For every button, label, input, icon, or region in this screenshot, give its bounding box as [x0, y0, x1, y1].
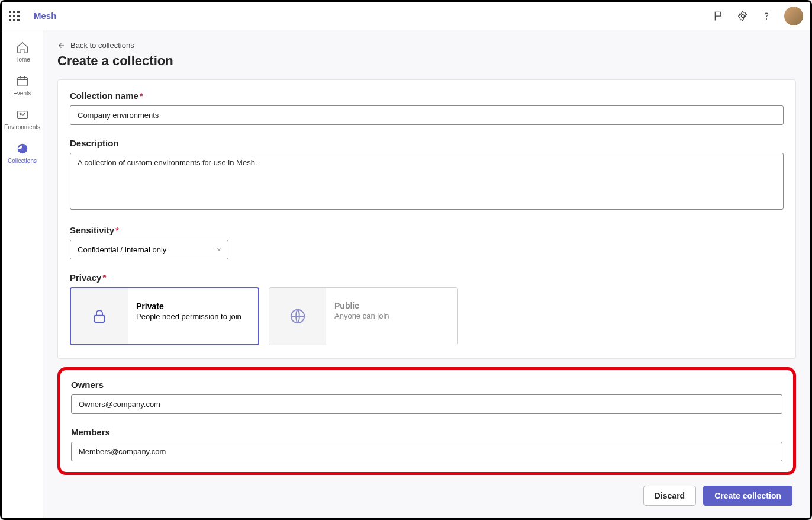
app-launcher-icon[interactable] [9, 11, 20, 21]
gear-icon[interactable] [737, 10, 749, 22]
svg-point-1 [766, 18, 767, 19]
privacy-private-title: Private [136, 301, 250, 311]
page-title: Create a collection [57, 53, 796, 69]
svg-rect-2 [17, 78, 27, 86]
owners-input[interactable] [71, 394, 782, 414]
privacy-public-title: Public [334, 301, 449, 310]
sidebar-item-label: Environments [4, 124, 40, 130]
app-title: Mesh [34, 11, 56, 21]
arrow-left-icon [57, 41, 66, 50]
privacy-option-private[interactable]: Private People need permission to join [70, 287, 259, 345]
sidebar-item-events[interactable]: Events [2, 69, 43, 102]
svg-point-4 [20, 113, 21, 114]
sidebar-item-environments[interactable]: Environments [2, 102, 43, 136]
sidebar-item-home[interactable]: Home [2, 35, 43, 69]
sidebar-item-label: Home [14, 56, 30, 63]
svg-rect-6 [94, 316, 105, 322]
privacy-public-desc: Anyone can join [334, 312, 449, 320]
privacy-private-desc: People need permission to join [136, 312, 250, 321]
privacy-option-public[interactable]: Public Anyone can join [269, 287, 458, 345]
lock-icon [91, 307, 108, 325]
description-label: Description [70, 138, 784, 148]
environments-icon [16, 108, 29, 121]
members-label: Members [71, 427, 782, 437]
sidebar: Home Events Environments Collections [2, 30, 43, 518]
flag-icon[interactable] [713, 10, 725, 22]
home-icon [16, 41, 29, 54]
sidebar-item-label: Events [13, 90, 31, 97]
collection-name-input[interactable] [70, 105, 784, 125]
collection-name-label: Collection name* [70, 91, 784, 101]
sensitivity-select[interactable] [70, 240, 228, 259]
sensitivity-label: Sensitivity* [70, 225, 784, 235]
calendar-icon [16, 75, 29, 88]
help-icon[interactable] [761, 10, 772, 22]
form-card-main: Collection name* Description A collectio… [57, 79, 796, 359]
sidebar-item-label: Collections [8, 158, 37, 164]
top-bar: Mesh [2, 2, 810, 30]
back-to-collections-link[interactable]: Back to collections [57, 41, 796, 50]
content-area: Back to collections Create a collection … [43, 30, 810, 518]
description-textarea[interactable]: A collection of custom environments for … [70, 153, 784, 210]
avatar[interactable] [784, 7, 803, 25]
sidebar-item-collections[interactable]: Collections [2, 136, 43, 170]
back-link-label: Back to collections [70, 41, 134, 50]
footer-buttons: Discard Create collection [57, 480, 796, 514]
collections-icon [16, 142, 29, 155]
owners-members-card: Owners Members [57, 367, 796, 475]
owners-label: Owners [71, 380, 782, 390]
discard-button[interactable]: Discard [643, 486, 696, 506]
create-collection-button[interactable]: Create collection [703, 486, 792, 506]
members-input[interactable] [71, 442, 782, 461]
privacy-label: Privacy* [70, 272, 784, 283]
globe-icon [289, 307, 307, 325]
